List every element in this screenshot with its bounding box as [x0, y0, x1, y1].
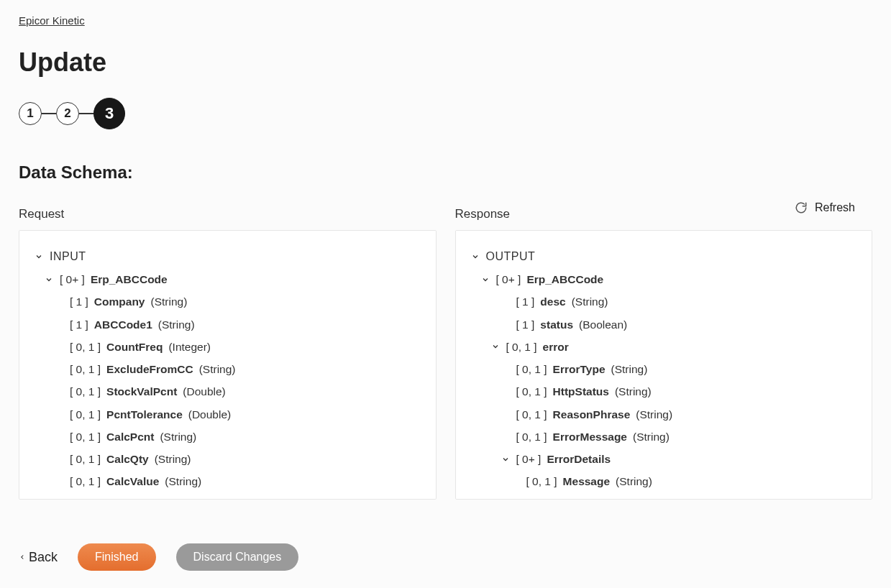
field-type: (Double) [183, 496, 225, 500]
chevron-down-icon[interactable] [44, 275, 54, 284]
field-name: Company [94, 293, 145, 310]
field-name: PcntTolerance [106, 406, 183, 423]
cardinality: [ 0, 1 ] [516, 406, 547, 423]
group-name: error [543, 339, 569, 355]
schema-field[interactable]: [ 1 ]ABCCode1(String) [34, 313, 421, 336]
cardinality: [ 0, 1 ] [70, 361, 101, 377]
step-1[interactable]: 1 [19, 102, 42, 125]
field-type: (Boolean) [579, 316, 627, 333]
schema-field[interactable]: [ 0, 1 ]PcntTolerance(Double) [34, 403, 421, 426]
field-name: Message [563, 473, 610, 490]
tree-group-details[interactable]: [ 0+ ] ErrorDetails [470, 448, 858, 470]
field-name: ExcludeFromCC [106, 361, 193, 377]
cardinality: [ 0, 1 ] [516, 383, 547, 400]
schema-field[interactable]: [ 1 ]status(Boolean) [470, 313, 858, 336]
field-name: status [540, 316, 573, 333]
group-name: Erp_ABCCode [526, 271, 603, 288]
tree-root[interactable]: INPUT [34, 245, 421, 268]
field-type: (Double) [183, 383, 225, 400]
cardinality: [ 0, 1 ] [70, 451, 101, 467]
field-type: (String) [615, 383, 652, 400]
field-type: (String) [633, 428, 670, 445]
tree-root-label: OUTPUT [486, 248, 536, 265]
chevron-down-icon[interactable] [470, 252, 480, 261]
field-type: (String) [160, 428, 196, 445]
request-header: Request [19, 207, 437, 221]
breadcrumb-link[interactable]: Epicor Kinetic [19, 14, 85, 27]
field-type: (String) [572, 293, 608, 310]
field-name: HttpStatus [553, 383, 609, 400]
schema-field[interactable]: [ 0, 1 ]CalcValue(String) [34, 470, 421, 492]
schema-field[interactable]: [ 0, 1 ]ErrorType(String) [470, 358, 858, 380]
field-type: (String) [636, 406, 672, 423]
chevron-down-icon[interactable] [34, 252, 44, 261]
request-panel[interactable]: INPUT [ 0+ ] Erp_ABCCode [ 1 ]Company(St… [19, 230, 437, 500]
field-name: CalcQty [106, 451, 149, 467]
step-connector [79, 113, 93, 114]
schema-field[interactable]: [ 0, 1 ]CalcQty(String) [34, 448, 421, 470]
schema-field[interactable]: [ 0, 1 ]ExcludeFromCC(String) [34, 358, 421, 380]
response-panel[interactable]: OUTPUT [ 0+ ] Erp_ABCCode [ 1 ]desc(Stri… [455, 230, 873, 500]
group-name: Erp_ABCCode [91, 271, 168, 288]
chevron-left-icon [19, 552, 26, 562]
cardinality: [ 0, 1 ] [526, 473, 557, 490]
cardinality: [ 0, 1 ] [70, 406, 101, 423]
schema-field[interactable]: [ 0, 1 ]Message(String) [470, 470, 858, 492]
field-name: desc [540, 293, 565, 310]
schema-field[interactable]: [ 0, 1 ]QtyTolerance(Double) [34, 493, 421, 500]
response-header: Response [455, 207, 873, 221]
field-name: ABCCode1 [94, 316, 152, 333]
finished-button[interactable]: Finished [78, 543, 155, 571]
tree-group[interactable]: [ 0+ ] Erp_ABCCode [470, 268, 858, 290]
field-type: (String) [155, 451, 191, 467]
field-name: CalcPcnt [106, 428, 154, 445]
cardinality: [ 0, 1 ] [516, 361, 547, 377]
field-name: ErrorMessage [553, 428, 627, 445]
cardinality: [ 0, 1 ] [70, 496, 101, 500]
field-name: CountFreq [106, 339, 163, 355]
step-2[interactable]: 2 [56, 102, 79, 125]
discard-button[interactable]: Discard Changes [176, 543, 299, 571]
cardinality: [ 0, 1 ] [70, 383, 101, 400]
chevron-down-icon[interactable] [490, 342, 501, 351]
cardinality: [ 1 ] [70, 316, 88, 333]
schema-field[interactable]: [ 1 ]Company(String) [34, 290, 421, 313]
cardinality: [ 1 ] [516, 293, 535, 310]
field-type: (Double) [188, 406, 231, 423]
tree-group-error[interactable]: [ 0, 1 ] error [470, 336, 858, 358]
stepper: 1 2 3 [19, 98, 872, 129]
field-name: StockValPcnt [106, 383, 177, 400]
cardinality: [ 0, 1 ] [70, 428, 101, 445]
chevron-down-icon[interactable] [501, 455, 511, 464]
group-name: ErrorDetails [547, 451, 611, 467]
schema-field[interactable]: [ 0, 1 ]CountFreq(Integer) [34, 336, 421, 358]
field-type: (String) [158, 316, 195, 333]
field-name: QtyTolerance [106, 496, 177, 500]
field-name: ReasonPhrase [553, 406, 631, 423]
tree-root-label: INPUT [50, 248, 86, 265]
field-type: (String) [616, 473, 652, 490]
cardinality: [ 0+ ] [516, 451, 542, 467]
cardinality: [ 0, 1 ] [70, 339, 101, 355]
back-button[interactable]: Back [19, 550, 58, 565]
field-type: (String) [150, 293, 187, 310]
field-name: ErrorType [553, 361, 606, 377]
tree-group[interactable]: [ 0+ ] Erp_ABCCode [34, 268, 421, 290]
tree-root[interactable]: OUTPUT [470, 245, 858, 268]
schema-field[interactable]: [ 1 ]desc(String) [470, 290, 858, 313]
page-title: Update [19, 47, 872, 78]
schema-field[interactable]: [ 0, 1 ]CalcPcnt(String) [34, 426, 421, 448]
schema-field[interactable]: [ 0, 1 ]ReasonPhrase(String) [470, 403, 858, 426]
schema-field[interactable]: [ 0, 1 ]HttpStatus(String) [470, 380, 858, 403]
schema-field[interactable]: [ 0, 1 ]ErrorMessage(String) [470, 426, 858, 448]
cardinality: [ 0, 1 ] [516, 428, 547, 445]
field-type: (String) [199, 361, 236, 377]
chevron-down-icon[interactable] [480, 275, 490, 284]
cardinality: [ 1 ] [70, 293, 88, 310]
cardinality: [ 0+ ] [60, 271, 85, 288]
schema-field[interactable]: [ 0, 1 ]StockValPcnt(Double) [34, 380, 421, 403]
cardinality: [ 0, 1 ] [70, 473, 101, 490]
field-name: CalcValue [106, 473, 159, 490]
field-type: (String) [165, 473, 201, 490]
step-3[interactable]: 3 [93, 98, 125, 129]
